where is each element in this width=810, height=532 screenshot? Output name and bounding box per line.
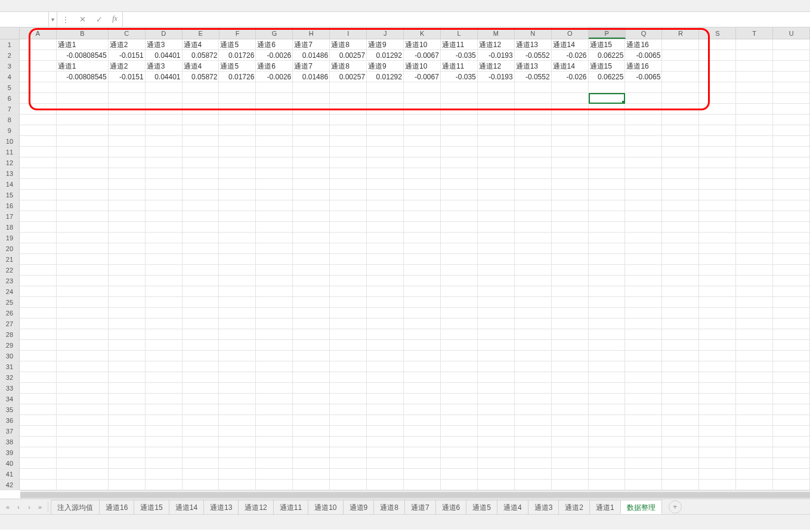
cell[interactable] (256, 115, 293, 125)
cell[interactable] (367, 136, 404, 147)
cell[interactable] (146, 286, 183, 297)
cell[interactable] (20, 233, 57, 243)
cell[interactable] (736, 157, 773, 168)
cell[interactable] (589, 458, 626, 469)
cell[interactable] (478, 318, 515, 329)
cell[interactable] (662, 394, 699, 404)
cell[interactable] (293, 93, 330, 104)
cell[interactable] (773, 265, 810, 276)
cell[interactable] (515, 168, 552, 179)
cell[interactable] (441, 200, 478, 211)
cell[interactable] (515, 415, 552, 426)
cell[interactable] (367, 394, 404, 404)
cell[interactable] (293, 297, 330, 308)
cell[interactable] (515, 329, 552, 340)
cell[interactable] (256, 329, 293, 340)
cell[interactable] (552, 297, 589, 308)
cell[interactable] (478, 82, 515, 93)
cell[interactable] (552, 222, 589, 233)
cell[interactable] (773, 329, 810, 340)
cell[interactable] (219, 200, 256, 211)
cell[interactable] (478, 447, 515, 458)
cell[interactable] (20, 190, 57, 200)
cell[interactable] (662, 72, 699, 82)
cell[interactable] (183, 351, 219, 361)
cell[interactable]: -0.0026 (256, 50, 293, 61)
cell[interactable] (404, 415, 441, 426)
cell[interactable]: 通道6 (256, 61, 293, 72)
cell[interactable] (552, 447, 589, 458)
cell[interactable] (736, 125, 773, 136)
cell[interactable] (552, 233, 589, 243)
cell[interactable] (662, 136, 699, 147)
name-box-dropdown[interactable]: ▾ (49, 12, 57, 27)
row-header[interactable]: 28 (0, 329, 20, 340)
cell[interactable] (20, 308, 57, 318)
cell[interactable] (146, 308, 183, 318)
cell[interactable] (515, 458, 552, 469)
cell[interactable] (183, 179, 219, 190)
cell[interactable] (109, 383, 146, 394)
cell[interactable] (219, 426, 256, 437)
cell[interactable] (736, 447, 773, 458)
cell[interactable] (219, 480, 256, 490)
row-header[interactable]: 2 (0, 50, 20, 61)
cell[interactable] (293, 426, 330, 437)
cell[interactable] (736, 50, 773, 61)
cell[interactable] (293, 125, 330, 136)
cell[interactable] (20, 447, 57, 458)
cell[interactable] (441, 394, 478, 404)
cell[interactable] (57, 243, 109, 254)
cell[interactable] (219, 82, 256, 93)
cell[interactable] (773, 308, 810, 318)
cell[interactable] (57, 136, 109, 147)
cell[interactable] (552, 372, 589, 383)
cell[interactable] (478, 265, 515, 276)
cell[interactable] (441, 93, 478, 104)
row-header[interactable]: 15 (0, 190, 20, 200)
cell[interactable] (515, 157, 552, 168)
cell[interactable] (589, 415, 626, 426)
cell[interactable] (736, 233, 773, 243)
cell[interactable] (404, 93, 441, 104)
cell[interactable] (367, 404, 404, 415)
cell[interactable] (109, 147, 146, 157)
cell[interactable] (219, 125, 256, 136)
cell[interactable] (625, 179, 662, 190)
cell[interactable]: 通道5 (219, 61, 256, 72)
cell[interactable] (699, 211, 736, 222)
cell[interactable] (404, 125, 441, 136)
sheet-tab[interactable]: 通道9 (343, 500, 375, 514)
cell[interactable] (367, 415, 404, 426)
cell[interactable]: -0.0151 (109, 72, 146, 82)
cell[interactable] (552, 404, 589, 415)
column-header-P[interactable]: P (589, 27, 626, 39)
cell[interactable] (219, 190, 256, 200)
cell[interactable] (404, 168, 441, 179)
cell[interactable] (330, 286, 367, 297)
cell[interactable] (183, 372, 219, 383)
cell[interactable] (736, 93, 773, 104)
cell[interactable] (146, 93, 183, 104)
cell[interactable] (404, 265, 441, 276)
cell[interactable] (109, 254, 146, 265)
cell[interactable] (219, 265, 256, 276)
cell[interactable] (441, 404, 478, 415)
cell[interactable] (367, 447, 404, 458)
cell[interactable] (662, 254, 699, 265)
cell[interactable] (256, 125, 293, 136)
cell[interactable] (330, 157, 367, 168)
cell[interactable] (478, 157, 515, 168)
cell[interactable]: -0.0552 (515, 50, 552, 61)
row-header[interactable]: 23 (0, 276, 20, 286)
cell[interactable] (699, 458, 736, 469)
cell[interactable]: 通道15 (589, 39, 626, 50)
row-header[interactable]: 8 (0, 115, 20, 125)
cell[interactable] (441, 265, 478, 276)
cell[interactable] (625, 469, 662, 480)
cell[interactable] (330, 93, 367, 104)
cell[interactable] (20, 458, 57, 469)
cell[interactable] (256, 157, 293, 168)
cell[interactable] (441, 157, 478, 168)
cell[interactable] (183, 426, 219, 437)
